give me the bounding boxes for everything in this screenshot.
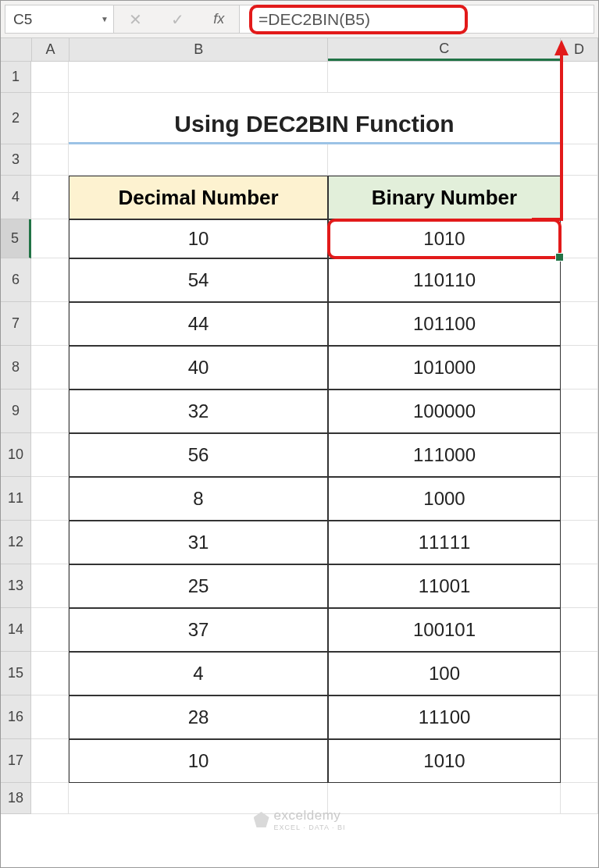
row-header-selected[interactable]: 5 [1, 219, 31, 258]
cell[interactable] [561, 564, 598, 608]
table-cell-dec[interactable]: 54 [69, 258, 328, 302]
fx-icon[interactable]: fx [213, 11, 224, 27]
col-header-c[interactable]: C [328, 38, 561, 61]
table-cell-dec[interactable]: 37 [69, 608, 328, 652]
row-header[interactable]: 11 [1, 477, 31, 521]
cell[interactable] [561, 176, 598, 219]
cell[interactable] [31, 93, 69, 144]
cell[interactable] [31, 739, 69, 783]
cell[interactable] [561, 390, 598, 433]
cell[interactable] [31, 346, 69, 390]
cell[interactable] [328, 62, 561, 93]
table-cell-dec[interactable]: 56 [69, 433, 328, 477]
cell[interactable] [561, 62, 598, 93]
cell[interactable] [561, 258, 598, 302]
name-box[interactable]: C5 ▼ [5, 5, 114, 34]
table-cell-bin[interactable]: 100000 [328, 390, 561, 433]
row-header[interactable]: 16 [1, 695, 31, 739]
cell[interactable] [31, 258, 69, 302]
cell[interactable] [31, 219, 69, 258]
cell[interactable] [561, 739, 598, 783]
cell[interactable] [561, 695, 598, 739]
row-header[interactable]: 1 [1, 62, 31, 93]
cell[interactable] [31, 390, 69, 433]
cell[interactable] [561, 783, 598, 814]
table-cell-dec[interactable]: 28 [69, 695, 328, 739]
table-cell-dec[interactable]: 40 [69, 346, 328, 390]
row-header[interactable]: 15 [1, 652, 31, 695]
cell[interactable] [31, 433, 69, 477]
cell[interactable] [561, 346, 598, 390]
row-header[interactable]: 14 [1, 608, 31, 652]
table-cell-bin[interactable]: 1010 [328, 739, 561, 783]
cell[interactable] [31, 302, 69, 346]
cell[interactable] [561, 521, 598, 564]
name-box-dropdown-icon[interactable]: ▼ [101, 15, 109, 23]
row-header[interactable]: 2 [1, 93, 31, 144]
cell[interactable] [328, 144, 561, 176]
cell[interactable] [561, 652, 598, 695]
table-header-binary[interactable]: Binary Number [328, 176, 561, 219]
table-cell-bin[interactable]: 11100 [328, 695, 561, 739]
formula-input[interactable]: =DEC2BIN(B5) [239, 5, 594, 34]
col-header-b[interactable]: B [70, 38, 329, 61]
row-header[interactable]: 3 [1, 144, 31, 176]
table-cell-bin[interactable]: 11111 [328, 521, 561, 564]
cell[interactable] [31, 144, 69, 176]
cell[interactable] [561, 93, 598, 144]
table-cell-dec[interactable]: 4 [69, 652, 328, 695]
row-header[interactable]: 7 [1, 302, 31, 346]
table-cell-bin-selected[interactable]: 1010 [328, 219, 561, 258]
row-header[interactable]: 9 [1, 390, 31, 433]
table-cell-bin[interactable]: 11001 [328, 564, 561, 608]
table-cell-bin[interactable]: 101100 [328, 302, 561, 346]
table-cell-dec[interactable]: 44 [69, 302, 328, 346]
table-cell-bin[interactable]: 111000 [328, 433, 561, 477]
cell[interactable] [31, 176, 69, 219]
row-header[interactable]: 18 [1, 783, 31, 814]
enter-icon[interactable]: ✓ [171, 10, 184, 29]
row-header[interactable]: 13 [1, 564, 31, 608]
row-header[interactable]: 4 [1, 176, 31, 219]
page-title[interactable]: Using DEC2BIN Function [69, 93, 561, 144]
cell[interactable] [69, 144, 328, 176]
cell[interactable] [561, 608, 598, 652]
column-headers: A B C D [1, 38, 598, 62]
row-header[interactable]: 12 [1, 521, 31, 564]
cell[interactable] [561, 477, 598, 521]
col-header-d[interactable]: D [561, 38, 598, 61]
table-cell-dec[interactable]: 10 [69, 219, 328, 258]
table-cell-dec[interactable]: 32 [69, 390, 328, 433]
table-cell-dec[interactable]: 31 [69, 521, 328, 564]
cell[interactable] [561, 302, 598, 346]
cell[interactable] [561, 144, 598, 176]
table-cell-bin[interactable]: 101000 [328, 346, 561, 390]
cell[interactable] [31, 521, 69, 564]
select-all-corner[interactable] [1, 38, 32, 61]
table-header-decimal[interactable]: Decimal Number [69, 176, 328, 219]
cancel-icon[interactable]: ✕ [129, 10, 142, 29]
cell[interactable] [31, 62, 69, 93]
table-cell-bin[interactable]: 1000 [328, 477, 561, 521]
cell[interactable] [31, 608, 69, 652]
cell[interactable] [31, 695, 69, 739]
row-header[interactable]: 6 [1, 258, 31, 302]
cell[interactable] [31, 783, 69, 814]
cell[interactable] [69, 62, 328, 93]
cell[interactable] [31, 477, 69, 521]
cell[interactable] [328, 783, 561, 814]
row-header[interactable]: 10 [1, 433, 31, 477]
table-cell-bin[interactable]: 100 [328, 652, 561, 695]
row-header[interactable]: 17 [1, 739, 31, 783]
cell[interactable] [561, 219, 598, 258]
col-header-a[interactable]: A [32, 38, 70, 61]
table-cell-dec[interactable]: 25 [69, 564, 328, 608]
row-header[interactable]: 8 [1, 346, 31, 390]
cell[interactable] [31, 564, 69, 608]
table-cell-bin[interactable]: 110110 [328, 258, 561, 302]
cell[interactable] [31, 652, 69, 695]
table-cell-dec[interactable]: 10 [69, 739, 328, 783]
table-cell-dec[interactable]: 8 [69, 477, 328, 521]
table-cell-bin[interactable]: 100101 [328, 608, 561, 652]
cell[interactable] [561, 433, 598, 477]
